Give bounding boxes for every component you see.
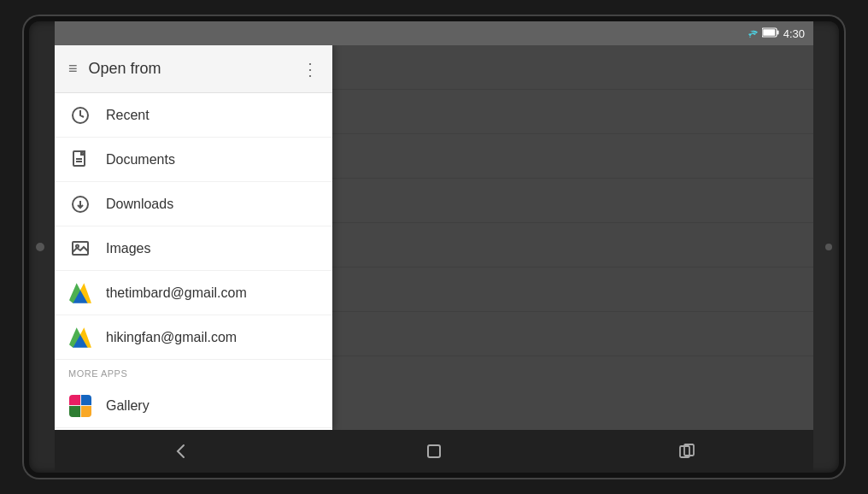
speaker: [825, 244, 832, 250]
svg-rect-1: [777, 30, 778, 34]
gallery-label: Gallery: [106, 398, 150, 414]
tablet-screen: 4:30 uff to bring to the cabin in Tahoe …: [55, 21, 813, 473]
tablet: 4:30 uff to bring to the cabin in Tahoe …: [24, 16, 844, 478]
dialog-item-drive1[interactable]: thetimbard@gmail.com: [55, 271, 332, 315]
wifi-icon: [742, 26, 758, 41]
nav-bar: [55, 430, 813, 473]
battery-icon: [762, 27, 779, 40]
dialog-item-images[interactable]: Images: [55, 226, 332, 271]
documents-label: Documents: [106, 152, 175, 168]
camera: [36, 243, 44, 251]
downloads-label: Downloads: [106, 197, 173, 212]
more-apps-section: MORE APPS: [55, 360, 332, 384]
open-from-dialog: ≡ Open from ⋮ Recent: [55, 45, 332, 430]
drive1-email: thetimbard@gmail.com: [106, 285, 247, 301]
drive-icon-1: [68, 281, 92, 305]
images-label: Images: [106, 241, 150, 256]
drive-icon-2: [68, 326, 92, 350]
download-icon: [68, 192, 92, 216]
menu-icon: ≡: [68, 60, 79, 78]
dialog-item-recent[interactable]: Recent: [55, 93, 332, 138]
status-time: 4:30: [783, 27, 805, 40]
svg-rect-12: [428, 445, 440, 457]
dialog-header-left: ≡ Open from: [68, 60, 161, 78]
dialog-item-documents[interactable]: Documents: [55, 138, 332, 182]
dialog-item-downloads[interactable]: Downloads: [55, 182, 332, 226]
document-icon: [68, 148, 92, 172]
main-area: uff to bring to the cabin in Tahoe age s…: [55, 45, 813, 430]
image-icon: [68, 237, 92, 261]
dialog-item-drive2[interactable]: hikingfan@gmail.com: [55, 315, 332, 360]
drive2-email: hikingfan@gmail.com: [106, 330, 237, 345]
more-options-button[interactable]: ⋮: [302, 59, 319, 79]
back-button[interactable]: [155, 433, 208, 469]
status-bar: 4:30: [55, 21, 813, 45]
dialog-items-list: Recent Docume: [55, 93, 332, 430]
svg-rect-2: [763, 29, 775, 36]
dialog-title: Open from: [89, 60, 161, 78]
recents-button[interactable]: [660, 433, 713, 469]
status-icons: 4:30: [742, 26, 805, 41]
recent-label: Recent: [106, 108, 150, 123]
svg-point-11: [76, 244, 79, 247]
home-button[interactable]: [408, 433, 460, 469]
dialog-header: ≡ Open from ⋮: [55, 45, 332, 93]
clock-icon: [68, 103, 92, 127]
dialog-item-gallery[interactable]: Gallery: [55, 384, 332, 428]
gallery-icon: [68, 394, 92, 418]
